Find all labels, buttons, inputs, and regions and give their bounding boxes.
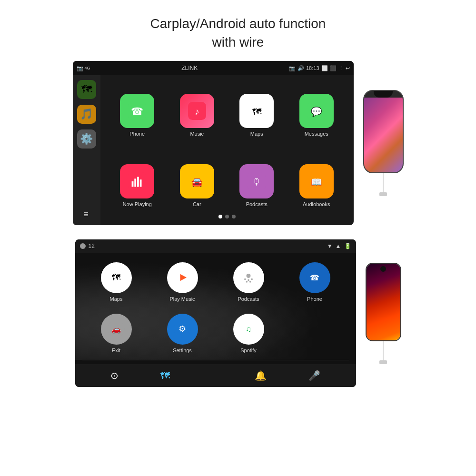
- iphone-mockup: [363, 90, 404, 196]
- carplay-app-messages[interactable]: 💬Messages: [289, 82, 344, 148]
- android-app-play-music[interactable]: Play Music: [151, 258, 214, 306]
- carplay-section: 📷 4G ZLINK 📷 🔊 18:13 ⬜ ⬛ ⋮ ↩ 🗺: [0, 61, 476, 225]
- android-app-exit[interactable]: 🚗Exit: [85, 309, 148, 357]
- android-phone-mockup: [366, 263, 401, 364]
- android-phone-screen: [367, 264, 400, 340]
- svg-point-24: [247, 274, 251, 278]
- sidebar-maps[interactable]: 🗺: [77, 80, 96, 99]
- android-divider: [82, 360, 349, 360]
- zlink-label: ZLINK: [92, 65, 287, 71]
- carplay-app-music[interactable]: ♪Music: [169, 82, 225, 148]
- page-dot[interactable]: [218, 215, 222, 218]
- svg-point-25: [244, 278, 246, 280]
- android-app-grid: 🗺MapsPlay MusicPodcasts☎Phone🚗Exit⚙Setti…: [75, 253, 356, 360]
- bottom-bar-icon: ≡: [77, 207, 96, 221]
- android-bottom-bar: ⊙🗺🔔🎤: [75, 364, 356, 387]
- iphone-screen: [364, 98, 403, 172]
- usb-connector: [379, 360, 387, 364]
- android-section: 12 ▼ ▲ 🔋 🗺MapsPlay MusicPodcasts☎Phone🚗E…: [0, 239, 476, 387]
- svg-text:🗺: 🗺: [252, 107, 262, 117]
- android-time: 12: [89, 243, 95, 249]
- page-dot[interactable]: [232, 215, 236, 218]
- android-app-spotify[interactable]: ♫Spotify: [217, 309, 280, 357]
- android-app-podcasts[interactable]: Podcasts: [217, 258, 280, 306]
- carplay-app-now-playing[interactable]: Now Playing: [110, 153, 165, 218]
- sidebar-music[interactable]: 🎵: [77, 105, 96, 124]
- svg-point-28: [246, 281, 248, 283]
- carplay-dots: [100, 215, 354, 221]
- carplay-app-phone[interactable]: ☎Phone: [110, 82, 165, 148]
- home-button[interactable]: ⊙: [110, 370, 119, 381]
- android-app-empty: [283, 309, 347, 357]
- svg-text:🚗: 🚗: [111, 325, 121, 335]
- android-status-bar: 12 ▼ ▲ 🔋: [75, 239, 356, 253]
- android-phone-body: [366, 263, 401, 341]
- svg-text:♫: ♫: [246, 325, 251, 334]
- maps-button[interactable]: 🗺: [160, 370, 170, 381]
- cable-connector: [379, 192, 387, 196]
- svg-text:☎: ☎: [131, 106, 143, 117]
- iphone-notch: [374, 91, 393, 98]
- svg-text:📖: 📖: [311, 176, 322, 187]
- svg-rect-11: [137, 177, 139, 187]
- carplay-time: 18:13: [306, 65, 319, 71]
- android-app-phone[interactable]: ☎Phone: [283, 258, 347, 306]
- svg-text:🚘: 🚘: [191, 176, 203, 187]
- android-phone-notch: [380, 266, 386, 272]
- carplay-content: 🗺 🎵 ⚙️ ☎Phone♪Music🗺Maps💬MessagesNow Pla…: [73, 75, 354, 225]
- android-app-maps[interactable]: 🗺Maps: [85, 258, 148, 306]
- svg-rect-9: [132, 181, 134, 187]
- svg-text:🎙: 🎙: [252, 177, 261, 187]
- android-app-settings[interactable]: ⚙Settings: [151, 309, 214, 357]
- carplay-status-bar: 📷 4G ZLINK 📷 🔊 18:13 ⬜ ⬛ ⋮ ↩: [73, 61, 354, 75]
- svg-rect-10: [135, 178, 137, 187]
- mic-button[interactable]: 🎤: [308, 370, 320, 381]
- android-screen: 12 ▼ ▲ 🔋 🗺MapsPlay MusicPodcasts☎Phone🚗E…: [75, 239, 356, 387]
- sidebar-settings[interactable]: ⚙️: [77, 129, 96, 149]
- svg-text:💬: 💬: [311, 106, 322, 117]
- iphone-body: [363, 90, 404, 173]
- svg-point-27: [251, 278, 253, 280]
- carplay-sidebar: 🗺 🎵 ⚙️: [73, 75, 100, 225]
- carplay-app-maps[interactable]: 🗺Maps: [229, 82, 285, 148]
- carplay-screen: 📷 4G ZLINK 📷 🔊 18:13 ⬜ ⬛ ⋮ ↩ 🗺: [73, 61, 354, 225]
- svg-text:☎: ☎: [310, 274, 319, 282]
- carplay-app-podcasts[interactable]: 🎙Podcasts: [229, 153, 285, 218]
- carplay-app-grid: ☎Phone♪Music🗺Maps💬MessagesNow Playing🚘Ca…: [100, 75, 354, 225]
- notifications-button[interactable]: 🔔: [255, 370, 267, 381]
- usb-cable: [383, 341, 384, 360]
- svg-point-26: [248, 279, 249, 281]
- svg-text:⚙: ⚙: [178, 325, 186, 334]
- svg-point-29: [249, 281, 251, 283]
- svg-rect-12: [140, 179, 142, 187]
- carplay-app-car[interactable]: 🚘Car: [169, 153, 225, 218]
- page-title: Carplay/Android auto function with wire: [0, 0, 476, 51]
- carplay-app-audiobooks[interactable]: 📖Audiobooks: [289, 153, 344, 218]
- page-dot[interactable]: [225, 215, 229, 218]
- svg-text:♪: ♪: [195, 107, 199, 117]
- lightning-cable: [383, 173, 384, 192]
- svg-text:🗺: 🗺: [112, 273, 120, 283]
